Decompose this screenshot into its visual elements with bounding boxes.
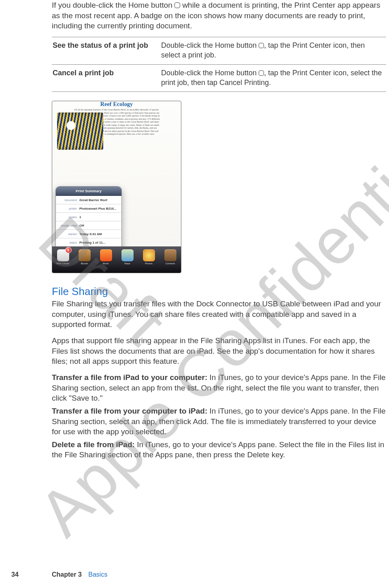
- print-summary-title: Print Summary: [56, 187, 121, 196]
- row-heading: Cancel a print job: [52, 64, 160, 92]
- section-heading-file-sharing: File Sharing: [52, 285, 386, 298]
- file-sharing-p2: Apps that support file sharing appear in…: [52, 335, 386, 367]
- row-heading: See the status of a print job: [52, 37, 160, 64]
- badge-icon: 1: [65, 247, 72, 253]
- table-row: Cancel a print job Double-click the Home…: [52, 64, 386, 92]
- task-head: Transfer a file from iPad to your comput…: [52, 373, 210, 382]
- print-summary-row: statusPrinting 1 of 11...: [56, 238, 121, 246]
- dock-app-music[interactable]: Music: [98, 249, 115, 265]
- print-summary-row: documentGreat Barrier Reef: [56, 196, 121, 204]
- print-actions-table: See the status of a print job Double-cli…: [52, 37, 386, 92]
- intro-paragraph: If you double-click the Home button whil…: [52, 0, 386, 31]
- intro-pre: If you double-click the Home button: [52, 1, 174, 9]
- fish-image: [57, 113, 103, 150]
- ipad-screenshot: Reef Ecology Of all the amazing features…: [52, 101, 181, 273]
- print-summary-row: printerPhotosmart Plus B210...: [56, 204, 121, 213]
- task-transfer-to-computer: Transfer a file from iPad to your comput…: [52, 372, 386, 403]
- row-body: Double-click the Home button , tap the P…: [160, 64, 386, 92]
- dock-app-contacts[interactable]: Contacts: [162, 249, 179, 265]
- print-summary-row: double-sidedOff: [56, 221, 121, 230]
- chapter-name: Basics: [88, 571, 107, 578]
- task-transfer-to-ipad: Transfer a file from your computer to iP…: [52, 406, 386, 437]
- dock-app-photos[interactable]: Photos: [140, 249, 157, 265]
- file-sharing-p1: File Sharing lets you transfer files wit…: [52, 299, 386, 330]
- article-title: Reef Ecology: [52, 101, 181, 108]
- dock-app-print-center[interactable]: 1Print Center: [55, 249, 72, 265]
- chapter-label: Chapter 3: [52, 571, 82, 578]
- task-head: Delete a file from iPad:: [52, 440, 137, 449]
- page-number: 34: [11, 571, 19, 578]
- dock-app-ibooks[interactable]: iBooks: [76, 249, 93, 265]
- home-button-icon: [259, 43, 264, 48]
- table-row: See the status of a print job Double-cli…: [52, 37, 386, 64]
- ipad-dock: 1Print Center iBooks Music Maps Photos C…: [52, 246, 181, 273]
- task-head: Transfer a file from your computer to iP…: [52, 407, 210, 415]
- row-body: Double-click the Home button , tap the P…: [160, 37, 386, 64]
- task-delete-file: Delete a file from iPad: In iTunes, go t…: [52, 439, 386, 460]
- chapter-ref: Chapter 3 Basics: [52, 571, 107, 578]
- home-button-icon: [174, 2, 180, 8]
- print-summary-row: startedToday 9:41 AM: [56, 230, 121, 238]
- home-button-icon: [259, 70, 264, 76]
- print-summary-row: copies1: [56, 213, 121, 221]
- dock-app-maps[interactable]: Maps: [119, 249, 136, 265]
